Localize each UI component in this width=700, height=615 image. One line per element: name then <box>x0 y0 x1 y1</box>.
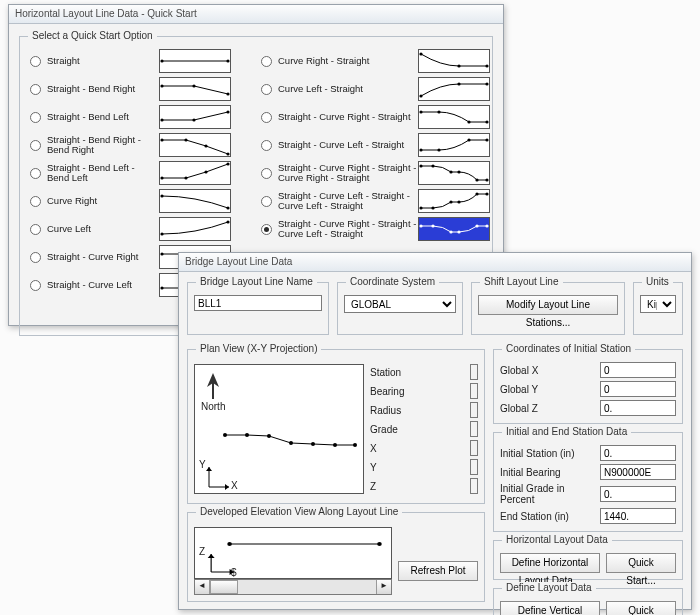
svg-point-35 <box>485 120 488 123</box>
quick-start-option[interactable]: Straight - Curve Right - Straight - Curv… <box>259 215 490 243</box>
quick-start-option[interactable]: Curve Left - Straight <box>259 75 490 103</box>
units-combo[interactable]: Kip, in, F <box>640 295 676 313</box>
svg-point-23 <box>160 286 163 289</box>
elev-axis-s: $ <box>231 567 237 578</box>
svg-point-38 <box>467 138 470 141</box>
quick-start-radio[interactable] <box>30 84 41 95</box>
quick-start-thumbnail <box>418 161 490 185</box>
quick-start-option-label: Straight - Bend Right - Bend Right <box>47 135 159 156</box>
horizontal-quickstart-button[interactable]: Quick Start... <box>606 553 676 573</box>
quick-start-radio[interactable] <box>261 84 272 95</box>
svg-point-3 <box>192 84 195 87</box>
chevron-left-icon[interactable]: ◄ <box>195 580 210 594</box>
global-y-input[interactable] <box>600 381 676 397</box>
quick-start-radio[interactable] <box>30 196 41 207</box>
quick-start-option[interactable]: Straight - Curve Right - Straight - Curv… <box>259 159 490 187</box>
svg-point-39 <box>485 138 488 141</box>
initial-bearing-input[interactable] <box>600 464 676 480</box>
quick-start-thumbnail <box>159 77 231 101</box>
global-z-input[interactable] <box>600 400 676 416</box>
quick-start-option[interactable]: Curve Right <box>28 187 231 215</box>
coordinate-system-combo[interactable]: GLOBAL <box>344 295 456 313</box>
refresh-plot-button[interactable]: Refresh Plot <box>398 561 478 581</box>
quick-start-option[interactable]: Straight - Curve Right - Straight <box>259 103 490 131</box>
end-station-label: End Station (in) <box>500 511 600 522</box>
quick-start-option[interactable]: Straight - Bend Left <box>28 103 231 131</box>
quick-start-option[interactable]: Straight - Curve Left - Straight <box>259 131 490 159</box>
quick-start-option[interactable]: Straight - Bend Right - Bend Right <box>28 131 231 159</box>
define-vertical-layout-button[interactable]: Define Vertical Layout Data... <box>500 601 600 615</box>
vertical-quickstart-button[interactable]: Quick Start... <box>606 601 676 615</box>
bridge-layout-line-data-window: Bridge Layout Line Data Bridge Layout Li… <box>178 252 692 610</box>
quick-start-option-label: Straight - Bend Right <box>47 84 159 94</box>
quick-start-radio[interactable] <box>30 112 41 123</box>
quick-start-option[interactable]: Straight - Bend Right <box>28 75 231 103</box>
svg-point-19 <box>226 220 229 223</box>
quick-start-option-label: Straight - Bend Left <box>47 112 159 122</box>
plan-axis-x: X <box>231 480 238 491</box>
svg-point-47 <box>431 206 434 209</box>
elevation-scrollbar[interactable]: ◄ ► <box>194 579 392 595</box>
quick-start-thumbnail <box>159 217 231 241</box>
elev-axis-z: Z <box>199 546 205 557</box>
svg-point-15 <box>226 162 229 165</box>
radius-value <box>470 402 478 418</box>
hlayout-legend: Horizontal Layout Data <box>502 534 612 545</box>
stage: Horizontal Layout Line Data - Quick Star… <box>0 0 700 615</box>
modify-layout-line-stations-button[interactable]: Modify Layout Line Stations... <box>478 295 618 315</box>
end-station-input[interactable] <box>600 508 676 524</box>
quick-start-radio[interactable] <box>261 56 272 67</box>
quick-start-option[interactable]: Curve Right - Straight <box>259 47 490 75</box>
quick-start-option[interactable]: Curve Left <box>28 215 231 243</box>
coords-initial-legend: Coordinates of Initial Station <box>502 343 635 354</box>
svg-point-28 <box>485 64 488 67</box>
initial-grade-input[interactable] <box>600 486 676 502</box>
quick-start-thumbnail <box>418 105 490 129</box>
quick-start-radio[interactable] <box>261 196 272 207</box>
x-value <box>470 440 478 456</box>
quick-start-option[interactable]: Straight - Curve Left - Straight - Curve… <box>259 187 490 215</box>
shift-group-legend: Shift Layout Line <box>480 276 563 287</box>
initial-station-input[interactable] <box>600 445 676 461</box>
svg-point-62 <box>289 441 293 445</box>
quick-start-option[interactable]: Straight - Bend Left - Bend Left <box>28 159 231 187</box>
quick-start-thumbnail <box>418 189 490 213</box>
quick-start-radio[interactable] <box>261 112 272 123</box>
scrollbar-thumb[interactable] <box>210 580 238 594</box>
z-value <box>470 478 478 494</box>
grade-label: Grade <box>370 424 470 435</box>
plan-view-legend: Plan View (X-Y Projection) <box>196 343 321 354</box>
svg-point-53 <box>431 224 434 227</box>
quick-start-radio[interactable] <box>30 252 41 263</box>
quick-start-radio[interactable] <box>30 168 41 179</box>
quick-start-thumbnail <box>159 189 231 213</box>
global-z-label: Global Z <box>500 403 600 414</box>
quick-start-radio[interactable] <box>30 280 41 291</box>
grade-value <box>470 421 478 437</box>
svg-point-37 <box>437 148 440 151</box>
quick-start-option-label: Straight <box>47 56 159 66</box>
svg-point-29 <box>419 94 422 97</box>
quick-start-radio[interactable] <box>30 140 41 151</box>
global-x-input[interactable] <box>600 362 676 378</box>
quick-start-thumbnail <box>418 133 490 157</box>
radius-label: Radius <box>370 405 470 416</box>
svg-point-32 <box>419 110 422 113</box>
global-y-label: Global Y <box>500 384 600 395</box>
layout-line-name-input[interactable] <box>194 295 322 311</box>
plan-axis-y: Y <box>199 459 206 470</box>
svg-point-54 <box>449 230 452 233</box>
chevron-right-icon[interactable]: ► <box>376 580 391 594</box>
quick-start-radio[interactable] <box>261 168 272 179</box>
svg-point-61 <box>267 434 271 438</box>
svg-point-26 <box>419 52 422 55</box>
quick-start-radio[interactable] <box>30 224 41 235</box>
quick-start-radio[interactable] <box>261 140 272 151</box>
quick-start-radio[interactable] <box>30 56 41 67</box>
svg-point-27 <box>457 64 460 67</box>
quick-start-option-label: Straight - Curve Left - Straight <box>278 140 418 150</box>
x-label: X <box>370 443 470 454</box>
quick-start-option[interactable]: Straight <box>28 47 231 75</box>
quick-start-radio[interactable] <box>261 224 272 235</box>
define-horizontal-layout-button[interactable]: Define Horizontal Layout Data... <box>500 553 600 573</box>
